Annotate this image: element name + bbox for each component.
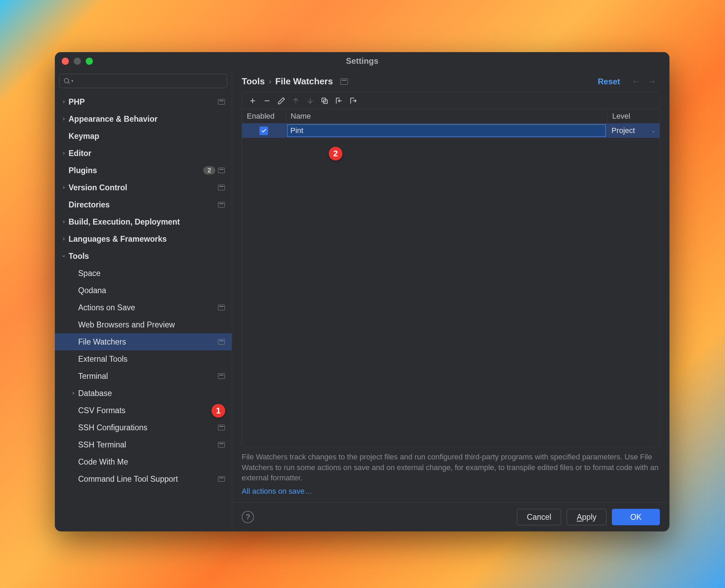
sidebar-item-languages-frameworks[interactable]: Languages & Frameworks — [55, 230, 232, 248]
sidebar-item-plugins[interactable]: Plugins2 — [55, 162, 232, 179]
sidebar-item-build-execution-deployment[interactable]: Build, Execution, Deployment — [55, 213, 232, 230]
move-up-button[interactable] — [289, 94, 302, 107]
sidebar-item-appearance-behavior[interactable]: Appearance & Behavior — [55, 110, 232, 128]
row-level-cell[interactable]: Project ⌄ — [607, 123, 660, 138]
move-down-button[interactable] — [304, 94, 317, 107]
sidebar-item-web-browsers-and-preview[interactable]: Web Browsers and Preview — [55, 316, 232, 333]
chevron-down-icon — [61, 254, 66, 259]
sidebar-item-label: Tools — [69, 252, 226, 261]
project-scope-icon — [218, 442, 225, 447]
sidebar-item-ssh-terminal[interactable]: SSH Terminal — [55, 436, 232, 453]
sidebar-item-php[interactable]: PHP — [55, 93, 232, 110]
edit-button[interactable] — [275, 94, 288, 107]
project-scope-icon — [218, 476, 225, 482]
sidebar-item-actions-on-save[interactable]: Actions on Save — [55, 299, 232, 316]
sidebar-item-label: Code With Me — [78, 457, 226, 467]
sidebar-item-label: PHP — [69, 97, 218, 107]
panel-header: Tools › File Watchers Reset ← → — [232, 70, 669, 92]
sidebar-item-label: SSH Terminal — [78, 440, 218, 449]
cancel-button[interactable]: Cancel — [517, 509, 561, 525]
sidebar-item-external-tools[interactable]: External Tools — [55, 350, 232, 368]
close-window-button[interactable] — [62, 58, 69, 65]
sidebar-item-qodana[interactable]: Qodana — [55, 282, 232, 299]
content-area: ▾ PHPAppearance & BehaviorKeymapEditorPl… — [55, 70, 669, 531]
project-scope-icon — [218, 168, 225, 173]
search-input-container[interactable]: ▾ — [59, 74, 227, 88]
sidebar-item-code-with-me[interactable]: Code With Me — [55, 453, 232, 470]
search-icon — [63, 77, 71, 85]
row-name-cell[interactable] — [286, 123, 607, 138]
sidebar-item-editor[interactable]: Editor — [55, 145, 232, 162]
level-value: Project — [612, 126, 635, 135]
sidebar-item-csv-formats[interactable]: CSV Formats — [55, 402, 232, 419]
sidebar-item-database[interactable]: Database — [55, 385, 232, 402]
project-scope-icon — [218, 202, 225, 207]
chevron-right-icon — [61, 237, 66, 241]
back-button[interactable]: ← — [632, 76, 641, 87]
watcher-name-input[interactable] — [287, 124, 606, 137]
column-header-enabled[interactable]: Enabled — [242, 109, 286, 123]
watchers-table-area: Enabled Name Level Project ⌄ — [242, 92, 660, 447]
enabled-checkbox[interactable] — [259, 127, 268, 135]
sidebar-item-directories[interactable]: Directories — [55, 196, 232, 213]
main-panel: Tools › File Watchers Reset ← → — [232, 70, 669, 531]
sidebar-item-label: CSV Formats — [78, 406, 226, 415]
sidebar-item-label: External Tools — [78, 355, 226, 364]
column-header-name[interactable]: Name — [286, 109, 607, 123]
settings-window: Settings ▾ PHPAppearance & BehaviorKeyma… — [55, 52, 669, 531]
sidebar-item-label: Languages & Frameworks — [69, 235, 226, 244]
table-row[interactable]: Project ⌄ — [242, 123, 660, 138]
import-button[interactable] — [333, 94, 346, 107]
sidebar-item-keymap[interactable]: Keymap — [55, 128, 232, 145]
sidebar-item-label: SSH Configurations — [78, 423, 218, 432]
settings-tree: PHPAppearance & BehaviorKeymapEditorPlug… — [55, 92, 232, 531]
actions-on-save-link[interactable]: All actions on save… — [242, 486, 312, 497]
help-button[interactable]: ? — [242, 511, 254, 523]
reset-button[interactable]: Reset — [598, 77, 620, 86]
column-header-level[interactable]: Level — [607, 109, 660, 123]
sidebar-item-label: File Watchers — [78, 337, 218, 347]
sidebar-item-space[interactable]: Space — [55, 265, 232, 282]
project-scope-icon — [218, 99, 225, 105]
sidebar-item-label: Database — [78, 389, 226, 398]
table-header: Enabled Name Level — [242, 109, 660, 123]
badge: 2 — [203, 166, 215, 175]
sidebar-item-label: Build, Execution, Deployment — [69, 217, 226, 227]
annotation-marker-1: 1 — [212, 404, 225, 418]
minimize-window-button[interactable] — [74, 58, 81, 65]
sidebar-item-ssh-configurations[interactable]: SSH Configurations — [55, 419, 232, 436]
export-button[interactable] — [347, 94, 360, 107]
row-enabled-cell[interactable] — [242, 123, 286, 138]
sidebar-item-version-control[interactable]: Version Control — [55, 179, 232, 196]
chevron-down-icon: ▾ — [71, 79, 73, 83]
sidebar: ▾ PHPAppearance & BehaviorKeymapEditorPl… — [55, 70, 232, 531]
add-button[interactable] — [246, 94, 259, 107]
chevron-right-icon: › — [269, 77, 271, 85]
chevron-right-icon — [61, 219, 66, 224]
sidebar-item-label: Qodana — [78, 286, 226, 295]
sidebar-item-terminal[interactable]: Terminal — [55, 368, 232, 385]
chevron-right-icon — [61, 151, 66, 156]
window-controls — [62, 58, 93, 65]
remove-button[interactable] — [261, 94, 274, 107]
sidebar-item-tools[interactable]: Tools — [55, 248, 232, 265]
sidebar-item-label: Space — [78, 269, 226, 278]
sidebar-item-label: Directories — [69, 200, 218, 209]
sidebar-item-command-line-tool-support[interactable]: Command Line Tool Support — [55, 470, 232, 488]
chevron-right-icon — [71, 391, 76, 396]
sidebar-item-label: Actions on Save — [78, 303, 218, 312]
project-scope-icon — [218, 305, 225, 310]
description-area: File Watchers track changes to the proje… — [232, 447, 669, 497]
table-toolbar — [242, 93, 660, 109]
breadcrumb-part[interactable]: Tools — [242, 76, 265, 87]
maximize-window-button[interactable] — [86, 58, 93, 65]
chevron-right-icon — [61, 185, 66, 190]
annotation-marker-2: 2 — [329, 147, 342, 160]
sidebar-item-label: Appearance & Behavior — [69, 115, 226, 124]
sidebar-item-file-watchers[interactable]: File Watchers — [55, 333, 232, 350]
apply-button[interactable]: Apply — [567, 509, 606, 525]
forward-button[interactable]: → — [648, 76, 656, 87]
project-scope-icon — [218, 185, 225, 190]
ok-button[interactable]: OK — [612, 509, 660, 525]
copy-button[interactable] — [318, 94, 331, 107]
